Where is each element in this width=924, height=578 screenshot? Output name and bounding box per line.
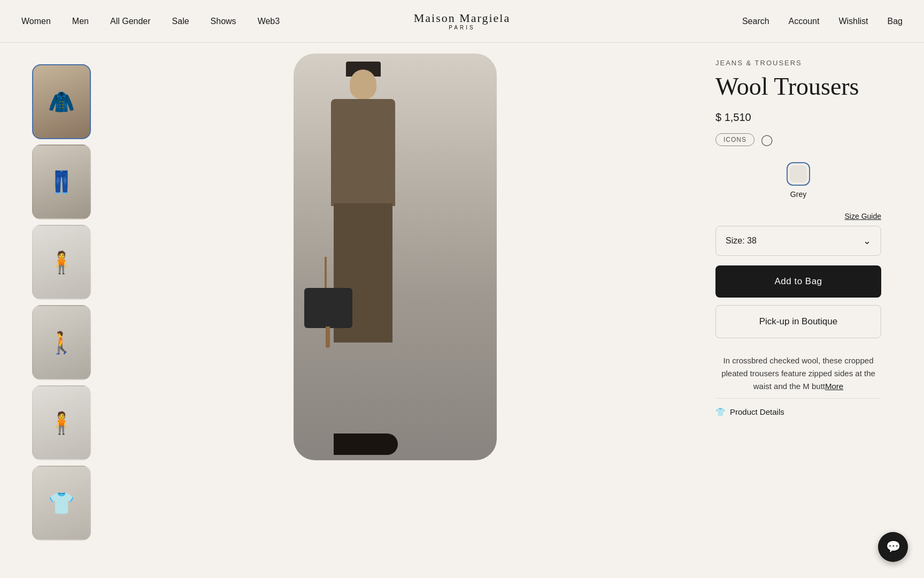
description-text: In crossbred checked wool, these cropped…	[721, 356, 875, 391]
nav-bag[interactable]: Bag	[888, 17, 903, 26]
bag-handle-shape	[325, 257, 327, 289]
product-details-panel: JEANS & TROUSERS Wool Trousers $ 1,510 I…	[705, 54, 908, 541]
product-price: $ 1,510	[715, 111, 881, 124]
nav-web3[interactable]: Web3	[258, 17, 280, 26]
main-product-image	[294, 54, 497, 460]
torso-shape	[331, 99, 395, 206]
color-swatch-inner	[790, 165, 807, 182]
nav-wishlist[interactable]: Wishlist	[838, 17, 868, 26]
color-swatch-grey[interactable]	[787, 162, 810, 186]
thumb-figure-3: 🧍	[33, 226, 90, 299]
color-section: Grey	[715, 162, 881, 199]
thumb-figure-4: 🚶	[33, 306, 90, 379]
thumbnail-5[interactable]: 🧍	[32, 385, 91, 460]
product-description: In crossbred checked wool, these cropped…	[715, 354, 881, 393]
nav-account[interactable]: Account	[789, 17, 820, 26]
product-details-label: Product Details	[730, 407, 784, 416]
brand-name: Maison Margiela	[414, 12, 511, 25]
nav-right: Search Account Wishlist Bag	[742, 17, 903, 26]
thumbnail-6[interactable]: 👕	[32, 466, 91, 541]
nav-shows[interactable]: Shows	[211, 17, 236, 26]
product-figure	[294, 54, 497, 460]
size-guide-row: Size Guide	[715, 212, 881, 220]
thumbnail-list: 🧥 👖 🧍 🚶 🧍 👕	[0, 54, 86, 541]
chat-button[interactable]: 💬	[878, 532, 908, 562]
bag-charm-shape	[326, 326, 330, 348]
brand-logo[interactable]: Maison Margiela PARIS	[414, 12, 511, 31]
thumb-figure-2: 👖	[33, 146, 90, 218]
thumbnail-3[interactable]: 🧍	[32, 225, 91, 300]
nav-women[interactable]: Women	[21, 17, 51, 26]
thumb-figure-6: 👕	[33, 467, 90, 539]
thumb-figure-1: 🧥	[33, 65, 90, 138]
shoes-shape	[334, 434, 398, 455]
size-guide-link[interactable]: Size Guide	[845, 212, 881, 220]
size-label: Size: 38	[726, 236, 757, 246]
add-to-bag-button[interactable]: Add to Bag	[715, 265, 881, 298]
nav-men[interactable]: Men	[72, 17, 89, 26]
nav-sale[interactable]: Sale	[172, 17, 189, 26]
bag-body-shape	[304, 288, 352, 328]
chevron-down-icon: ⌄	[863, 235, 871, 247]
pickup-boutique-button[interactable]: Pick-up in Boutique	[715, 305, 881, 338]
wishlist-icon[interactable]: ◯	[761, 133, 773, 146]
head-shape	[350, 70, 376, 99]
product-badges-row: ICONS ◯	[715, 133, 881, 146]
nav-all-gender[interactable]: All Gender	[110, 17, 151, 26]
product-details-accordion[interactable]: 👕 Product Details	[715, 398, 881, 417]
description-more-link[interactable]: More	[825, 382, 843, 391]
color-label: Grey	[790, 190, 806, 199]
brand-sub: PARIS	[414, 25, 511, 31]
nav-search[interactable]: Search	[742, 17, 769, 26]
product-category: JEANS & TROUSERS	[715, 59, 881, 67]
size-dropdown[interactable]: Size: 38 ⌄	[715, 226, 881, 256]
thumb-figure-5: 🧍	[33, 386, 90, 459]
thumbnail-4[interactable]: 🚶	[32, 305, 91, 380]
icons-badge: ICONS	[715, 133, 754, 146]
color-swatch-container: Grey	[787, 162, 810, 199]
main-image-area	[86, 54, 705, 541]
hanger-icon: 👕	[715, 407, 726, 417]
main-content: 🧥 👖 🧍 🚶 🧍 👕	[0, 43, 924, 541]
product-title: Wool Trousers	[715, 73, 881, 101]
chat-icon: 💬	[886, 540, 900, 554]
nav-left: Women Men All Gender Sale Shows Web3	[21, 17, 280, 26]
navbar: Women Men All Gender Sale Shows Web3 Mai…	[0, 0, 924, 43]
thumbnail-2[interactable]: 👖	[32, 144, 91, 219]
thumbnail-1[interactable]: 🧥	[32, 64, 91, 139]
